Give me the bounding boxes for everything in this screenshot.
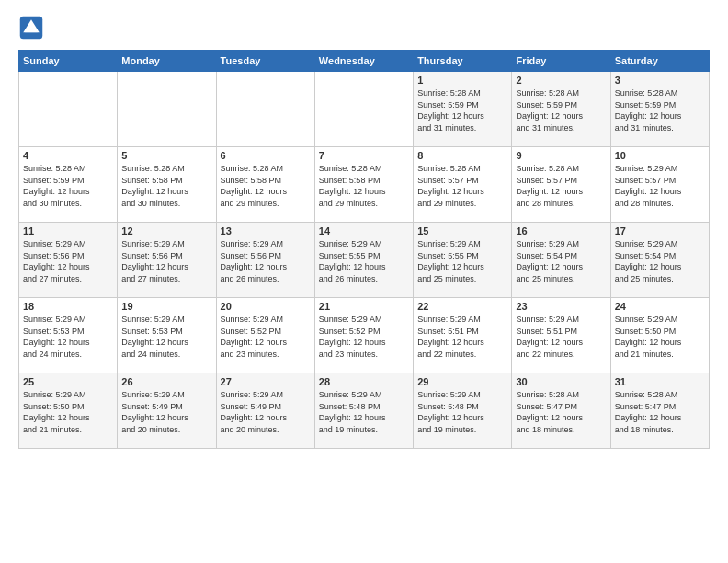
- calendar-cell: 25Sunrise: 5:29 AM Sunset: 5:50 PM Dayli…: [19, 373, 118, 449]
- day-info: Sunrise: 5:29 AM Sunset: 5:52 PM Dayligh…: [221, 314, 311, 360]
- day-number: 26: [121, 376, 211, 387]
- day-info: Sunrise: 5:29 AM Sunset: 5:56 PM Dayligh…: [121, 238, 211, 284]
- day-number: 4: [23, 150, 113, 161]
- day-info: Sunrise: 5:28 AM Sunset: 5:59 PM Dayligh…: [23, 163, 113, 209]
- day-info: Sunrise: 5:28 AM Sunset: 5:59 PM Dayligh…: [417, 87, 507, 133]
- day-info: Sunrise: 5:29 AM Sunset: 5:55 PM Dayligh…: [319, 238, 409, 284]
- page: SundayMondayTuesdayWednesdayThursdayFrid…: [0, 0, 728, 458]
- calendar-cell: 22Sunrise: 5:29 AM Sunset: 5:51 PM Dayli…: [414, 298, 512, 373]
- weekday-header-thursday: Thursday: [414, 51, 512, 72]
- day-number: 1: [417, 75, 507, 86]
- day-number: 29: [417, 376, 507, 387]
- day-number: 16: [516, 225, 606, 236]
- calendar-cell: 18Sunrise: 5:29 AM Sunset: 5:53 PM Dayli…: [19, 298, 118, 373]
- calendar-cell: 3Sunrise: 5:28 AM Sunset: 5:59 PM Daylig…: [610, 72, 709, 147]
- calendar-cell: 6Sunrise: 5:28 AM Sunset: 5:58 PM Daylig…: [216, 147, 314, 223]
- day-info: Sunrise: 5:28 AM Sunset: 5:47 PM Dayligh…: [615, 389, 705, 435]
- day-number: 17: [615, 225, 705, 236]
- day-info: Sunrise: 5:28 AM Sunset: 5:59 PM Dayligh…: [615, 87, 705, 133]
- calendar-cell: 27Sunrise: 5:29 AM Sunset: 5:49 PM Dayli…: [216, 373, 314, 449]
- calendar-cell: 7Sunrise: 5:28 AM Sunset: 5:58 PM Daylig…: [314, 147, 413, 223]
- day-number: 27: [221, 376, 311, 387]
- day-number: 23: [516, 301, 606, 312]
- calendar-cell: [118, 72, 216, 147]
- weekday-header-monday: Monday: [118, 51, 216, 72]
- day-info: Sunrise: 5:29 AM Sunset: 5:56 PM Dayligh…: [23, 238, 113, 284]
- weekday-header-saturday: Saturday: [610, 51, 709, 72]
- day-info: Sunrise: 5:29 AM Sunset: 5:56 PM Dayligh…: [221, 238, 311, 284]
- logo: [18, 15, 48, 40]
- calendar-cell: 26Sunrise: 5:29 AM Sunset: 5:49 PM Dayli…: [118, 373, 216, 449]
- day-info: Sunrise: 5:29 AM Sunset: 5:53 PM Dayligh…: [121, 314, 211, 360]
- day-number: 5: [121, 150, 211, 161]
- calendar-cell: [314, 72, 413, 147]
- week-row-5: 25Sunrise: 5:29 AM Sunset: 5:50 PM Dayli…: [19, 373, 710, 449]
- day-number: 24: [615, 301, 705, 312]
- day-info: Sunrise: 5:28 AM Sunset: 5:57 PM Dayligh…: [516, 163, 606, 209]
- day-info: Sunrise: 5:28 AM Sunset: 5:47 PM Dayligh…: [516, 389, 606, 435]
- calendar-cell: 24Sunrise: 5:29 AM Sunset: 5:50 PM Dayli…: [610, 298, 709, 373]
- calendar-cell: 5Sunrise: 5:28 AM Sunset: 5:58 PM Daylig…: [118, 147, 216, 223]
- day-number: 2: [516, 75, 606, 86]
- calendar-cell: 1Sunrise: 5:28 AM Sunset: 5:59 PM Daylig…: [414, 72, 512, 147]
- day-info: Sunrise: 5:29 AM Sunset: 5:49 PM Dayligh…: [121, 389, 211, 435]
- calendar-cell: 8Sunrise: 5:28 AM Sunset: 5:57 PM Daylig…: [414, 147, 512, 223]
- week-row-2: 4Sunrise: 5:28 AM Sunset: 5:59 PM Daylig…: [19, 147, 710, 223]
- day-number: 15: [417, 225, 507, 236]
- calendar-cell: 28Sunrise: 5:29 AM Sunset: 5:48 PM Dayli…: [314, 373, 413, 449]
- day-info: Sunrise: 5:28 AM Sunset: 5:57 PM Dayligh…: [417, 163, 507, 209]
- day-number: 8: [417, 150, 507, 161]
- calendar-cell: 30Sunrise: 5:28 AM Sunset: 5:47 PM Dayli…: [512, 373, 610, 449]
- day-number: 28: [319, 376, 409, 387]
- calendar-cell: [216, 72, 314, 147]
- calendar-cell: 23Sunrise: 5:29 AM Sunset: 5:51 PM Dayli…: [512, 298, 610, 373]
- day-info: Sunrise: 5:28 AM Sunset: 5:58 PM Dayligh…: [319, 163, 409, 209]
- week-row-3: 11Sunrise: 5:29 AM Sunset: 5:56 PM Dayli…: [19, 223, 710, 298]
- day-number: 19: [121, 301, 211, 312]
- logo-icon: [18, 15, 44, 40]
- day-number: 11: [23, 225, 113, 236]
- day-number: 14: [319, 225, 409, 236]
- day-info: Sunrise: 5:29 AM Sunset: 5:55 PM Dayligh…: [417, 238, 507, 284]
- day-info: Sunrise: 5:29 AM Sunset: 5:53 PM Dayligh…: [23, 314, 113, 360]
- calendar-cell: 20Sunrise: 5:29 AM Sunset: 5:52 PM Dayli…: [216, 298, 314, 373]
- day-info: Sunrise: 5:29 AM Sunset: 5:52 PM Dayligh…: [319, 314, 409, 360]
- calendar-cell: 4Sunrise: 5:28 AM Sunset: 5:59 PM Daylig…: [19, 147, 118, 223]
- calendar-cell: 14Sunrise: 5:29 AM Sunset: 5:55 PM Dayli…: [314, 223, 413, 298]
- day-info: Sunrise: 5:29 AM Sunset: 5:50 PM Dayligh…: [615, 314, 705, 360]
- weekday-header-friday: Friday: [512, 51, 610, 72]
- day-number: 25: [23, 376, 113, 387]
- weekday-header-row: SundayMondayTuesdayWednesdayThursdayFrid…: [19, 51, 710, 72]
- day-number: 6: [221, 150, 311, 161]
- day-number: 13: [221, 225, 311, 236]
- calendar-cell: 9Sunrise: 5:28 AM Sunset: 5:57 PM Daylig…: [512, 147, 610, 223]
- day-info: Sunrise: 5:29 AM Sunset: 5:50 PM Dayligh…: [23, 389, 113, 435]
- calendar-cell: 10Sunrise: 5:29 AM Sunset: 5:57 PM Dayli…: [610, 147, 709, 223]
- day-info: Sunrise: 5:29 AM Sunset: 5:57 PM Dayligh…: [615, 163, 705, 209]
- day-number: 31: [615, 376, 705, 387]
- day-number: 3: [615, 75, 705, 86]
- day-number: 7: [319, 150, 409, 161]
- calendar-cell: 16Sunrise: 5:29 AM Sunset: 5:54 PM Dayli…: [512, 223, 610, 298]
- day-info: Sunrise: 5:29 AM Sunset: 5:48 PM Dayligh…: [417, 389, 507, 435]
- day-info: Sunrise: 5:29 AM Sunset: 5:48 PM Dayligh…: [319, 389, 409, 435]
- calendar-cell: 12Sunrise: 5:29 AM Sunset: 5:56 PM Dayli…: [118, 223, 216, 298]
- day-number: 22: [417, 301, 507, 312]
- calendar-cell: 19Sunrise: 5:29 AM Sunset: 5:53 PM Dayli…: [118, 298, 216, 373]
- weekday-header-wednesday: Wednesday: [314, 51, 413, 72]
- day-info: Sunrise: 5:29 AM Sunset: 5:54 PM Dayligh…: [516, 238, 606, 284]
- calendar-cell: 13Sunrise: 5:29 AM Sunset: 5:56 PM Dayli…: [216, 223, 314, 298]
- calendar-cell: 21Sunrise: 5:29 AM Sunset: 5:52 PM Dayli…: [314, 298, 413, 373]
- day-info: Sunrise: 5:29 AM Sunset: 5:54 PM Dayligh…: [615, 238, 705, 284]
- week-row-4: 18Sunrise: 5:29 AM Sunset: 5:53 PM Dayli…: [19, 298, 710, 373]
- day-number: 21: [319, 301, 409, 312]
- calendar-cell: 29Sunrise: 5:29 AM Sunset: 5:48 PM Dayli…: [414, 373, 512, 449]
- day-number: 18: [23, 301, 113, 312]
- calendar-cell: 15Sunrise: 5:29 AM Sunset: 5:55 PM Dayli…: [414, 223, 512, 298]
- day-info: Sunrise: 5:28 AM Sunset: 5:58 PM Dayligh…: [121, 163, 211, 209]
- day-info: Sunrise: 5:29 AM Sunset: 5:51 PM Dayligh…: [417, 314, 507, 360]
- calendar-cell: 11Sunrise: 5:29 AM Sunset: 5:56 PM Dayli…: [19, 223, 118, 298]
- day-number: 30: [516, 376, 606, 387]
- week-row-1: 1Sunrise: 5:28 AM Sunset: 5:59 PM Daylig…: [19, 72, 710, 147]
- day-number: 10: [615, 150, 705, 161]
